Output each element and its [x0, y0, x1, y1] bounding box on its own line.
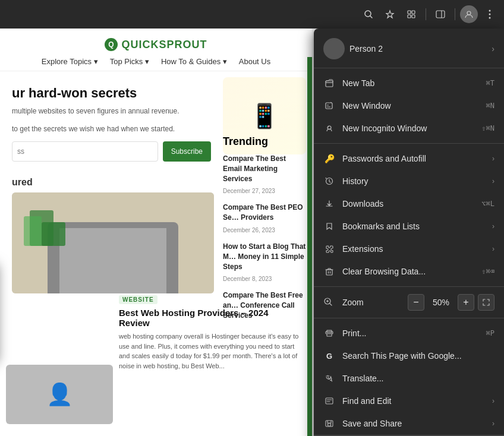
- svg-rect-20: [326, 103, 332, 109]
- find-edit-arrow-icon: ›: [492, 397, 494, 405]
- history-label: History: [342, 176, 368, 186]
- google-icon: G: [323, 350, 335, 362]
- clear-data-label: Clear Browsing Data...: [342, 267, 426, 276]
- print-label: Print...: [342, 328, 366, 338]
- menu-save-share[interactable]: Save and Share ›: [314, 412, 504, 435]
- menu-downloads[interactable]: Downloads ⌥⌘L: [314, 192, 504, 215]
- google-search-label: Search This Page with Google...: [342, 351, 462, 361]
- menu-incognito[interactable]: New Incognito Window ⇧⌘N: [314, 117, 504, 140]
- menu-find-edit[interactable]: Find and Edit ›: [314, 390, 504, 412]
- zoom-fullscreen-button[interactable]: [478, 294, 494, 311]
- trending-title: Trending: [223, 135, 306, 148]
- extensions-arrow-icon: ›: [492, 245, 494, 253]
- extension-icon[interactable]: [402, 5, 421, 24]
- svg-point-11: [489, 14, 491, 15]
- svg-rect-34: [328, 424, 331, 426]
- zoom-row: Zoom − 50% +: [314, 290, 504, 314]
- history-arrow-icon: ›: [492, 177, 494, 185]
- post-desc: web hosting company overall is Hostinger…: [119, 331, 300, 371]
- key-icon: 🔑: [323, 153, 335, 165]
- save-share-arrow-icon: ›: [492, 419, 494, 428]
- site-nav: Explore Topics ▾ Top Picks ▾ How To & Gu…: [42, 57, 270, 66]
- menu-clear-data[interactable]: Clear Browsing Data... ⇧⌘⌫: [314, 260, 504, 283]
- profile-arrow-icon: ›: [492, 44, 494, 53]
- new-tab-shortcut: ⌘T: [486, 79, 494, 87]
- zoom-controls: − 50% +: [408, 294, 494, 311]
- menu-bookmarks[interactable]: Bookmarks and Lists ›: [314, 215, 504, 238]
- extensions-icon: [323, 243, 335, 255]
- svg-point-10: [489, 10, 491, 12]
- svg-rect-4: [412, 11, 415, 14]
- chrome-toolbar: [0, 0, 504, 29]
- save-icon: [323, 418, 335, 429]
- trend-item-1: Compare The Best Email Marketing Service…: [223, 154, 306, 195]
- hero-desc1: multiple websites to seven figures in an…: [12, 106, 211, 116]
- passwords-label: Passwords and Autofill: [342, 154, 426, 163]
- hero-title: ur hard-won secrets: [12, 86, 211, 101]
- print-shortcut: ⌘P: [486, 329, 494, 337]
- svg-point-9: [467, 11, 471, 15]
- window-icon: [323, 100, 335, 112]
- svg-line-26: [330, 303, 332, 305]
- zoom-minus-button[interactable]: −: [408, 294, 424, 311]
- zoom-value: 50%: [426, 298, 456, 307]
- menu-passwords[interactable]: 🔑 Passwords and Autofill ›: [314, 147, 504, 170]
- history-icon: [323, 175, 335, 187]
- new-window-shortcut: ⌘N: [486, 102, 494, 110]
- translate-icon: [323, 372, 335, 384]
- quicksprout-logo: Q QUICKSPROUT: [105, 38, 207, 51]
- menu-divider-1: [314, 68, 504, 68]
- translate-label: Translate...: [342, 374, 384, 383]
- nav-about: About Us: [239, 57, 270, 66]
- passwords-arrow-icon: ›: [492, 154, 494, 163]
- new-tab-label: New Tab: [342, 78, 374, 88]
- sidebar-icon[interactable]: [431, 5, 450, 24]
- nav-explore: Explore Topics ▾: [42, 57, 98, 66]
- svg-marker-2: [386, 11, 393, 18]
- svg-rect-5: [408, 15, 411, 18]
- svg-point-12: [489, 17, 491, 19]
- menu-extensions[interactable]: Extensions ›: [314, 238, 504, 260]
- bookmarks-label: Bookmarks and Lists: [342, 222, 420, 231]
- svg-point-31: [331, 333, 332, 333]
- tab-icon: [323, 77, 335, 89]
- bookmark-star-icon[interactable]: [380, 5, 399, 24]
- svg-marker-23: [327, 223, 332, 229]
- website-label: WEBSITE: [119, 295, 158, 304]
- menu-divider-3: [314, 286, 504, 287]
- extensions-label: Extensions: [342, 244, 383, 254]
- menu-new-window[interactable]: New Window ⌘N: [314, 94, 504, 117]
- svg-rect-15: [59, 228, 166, 293]
- svg-rect-19: [326, 81, 333, 87]
- account-icon[interactable]: [460, 5, 478, 23]
- email-input[interactable]: [12, 141, 158, 162]
- svg-rect-24: [326, 270, 332, 275]
- svg-rect-6: [412, 15, 415, 18]
- nav-top-picks: Top Picks ▾: [110, 57, 149, 66]
- menu-history[interactable]: History ›: [314, 170, 504, 192]
- chrome-main-menu: Person 2 › New Tab ⌘T New Window ⌘N: [314, 29, 504, 436]
- zoom-icon: [323, 297, 335, 308]
- zoom-plus-button[interactable]: +: [458, 294, 474, 311]
- search-icon[interactable]: [359, 5, 378, 24]
- trash-icon: [323, 266, 335, 277]
- incognito-label: New Incognito Window: [342, 124, 427, 133]
- hero-desc2: to get the secrets we wish we had when w…: [12, 124, 211, 134]
- downloads-label: Downloads: [342, 199, 383, 208]
- menu-google-search[interactable]: G Search This Page with Google...: [314, 345, 504, 367]
- logo-icon: Q: [105, 38, 118, 51]
- profile-row[interactable]: Person 2 ›: [314, 33, 504, 64]
- menu-divider-4: [314, 318, 504, 318]
- svg-rect-7: [436, 11, 445, 18]
- menu-translate[interactable]: Translate...: [314, 367, 504, 390]
- menu-new-tab[interactable]: New Tab ⌘T: [314, 72, 504, 94]
- scroll-indicator: [307, 57, 312, 436]
- menu-print[interactable]: Print... ⌘P: [314, 322, 504, 345]
- subscribe-button[interactable]: Subscribe: [163, 141, 211, 162]
- more-menu-icon[interactable]: [480, 5, 499, 24]
- find-icon: [323, 395, 335, 407]
- website-background: Q QUICKSPROUT Explore Topics ▾ Top Picks…: [0, 29, 312, 436]
- svg-rect-18: [24, 216, 42, 246]
- find-edit-label: Find and Edit: [342, 396, 392, 406]
- bookmarks-icon: [323, 220, 335, 232]
